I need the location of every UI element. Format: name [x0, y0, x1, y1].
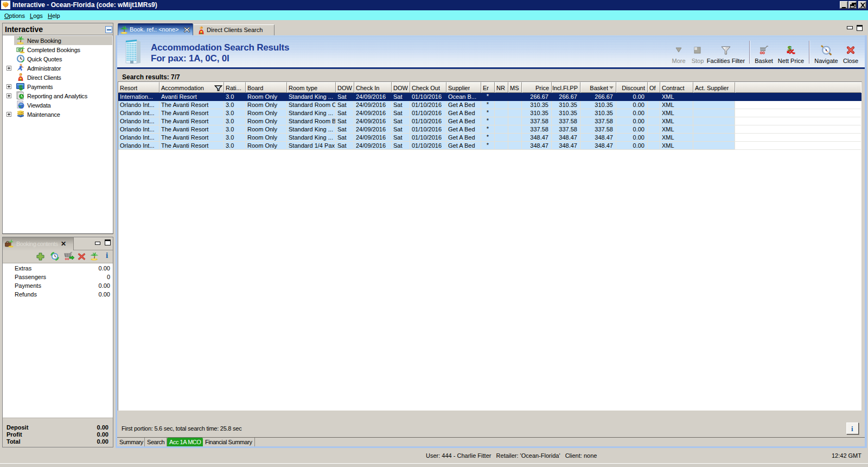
svg-text:$: $: [19, 84, 23, 91]
